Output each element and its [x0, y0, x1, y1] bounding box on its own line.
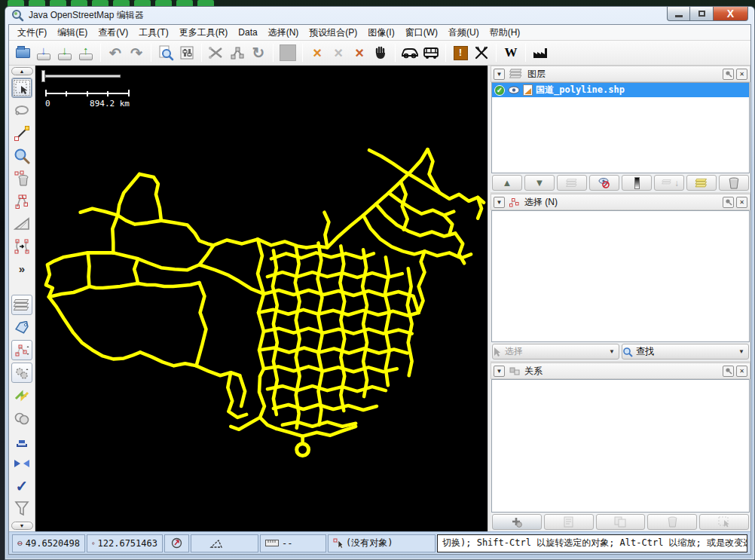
layer-row[interactable]: ✓ 国道_polyline.shp: [492, 83, 749, 97]
minimize-icon: [675, 15, 683, 17]
selection-collapse-button[interactable]: ▼: [494, 197, 505, 208]
toolbar-scroll-down-button[interactable]: ▼: [11, 522, 33, 530]
layer-down-button[interactable]: ▼: [524, 175, 555, 191]
draw-node-icon: [14, 125, 30, 142]
delete-layer-button[interactable]: [719, 175, 749, 191]
relations-collapse-button[interactable]: ▼: [494, 366, 505, 377]
preferences-button[interactable]: [176, 42, 197, 63]
close-button[interactable]: X: [714, 7, 748, 21]
selection-list[interactable]: [491, 210, 750, 342]
lasso-icon: [14, 105, 30, 117]
car-preset-button[interactable]: [399, 42, 420, 63]
toolbar-scroll-up-button[interactable]: ▲: [11, 67, 33, 75]
select-tool-button[interactable]: [11, 78, 32, 98]
crossing-ways-button[interactable]: ×: [307, 42, 328, 63]
parallel-way-tool-button[interactable]: [11, 236, 32, 256]
bus-preset-button[interactable]: [420, 42, 442, 63]
wikipedia-preset-button[interactable]: W: [500, 42, 521, 63]
refresh-button[interactable]: ↻: [248, 42, 269, 63]
selection-select-label: 选择: [505, 345, 523, 358]
layers-collapse-button[interactable]: ▼: [494, 69, 505, 80]
merge-ways-button[interactable]: [206, 42, 227, 63]
search-button[interactable]: [155, 42, 176, 63]
factory-preset-button[interactable]: [530, 42, 551, 63]
relations-dialog-button[interactable]: [11, 363, 32, 383]
more-tools-button[interactable]: »: [11, 259, 32, 279]
relations-list[interactable]: [491, 379, 750, 513]
open-file-button[interactable]: [12, 42, 33, 63]
lasso-tool-button[interactable]: [11, 100, 32, 121]
validator-dialog-button[interactable]: [11, 430, 32, 451]
menu-window[interactable]: 窗口(W): [400, 25, 443, 41]
wikipedia-w-icon: W: [505, 45, 518, 60]
upload-button[interactable]: ↑: [75, 42, 96, 63]
changeset-dialog-button[interactable]: ✓: [11, 476, 32, 496]
restaurant-preset-button[interactable]: [471, 42, 492, 63]
conflicts-dialog-button[interactable]: [11, 385, 32, 405]
crossing-ways-error-button[interactable]: ×: [349, 42, 370, 63]
scroll-down-icon: ▼: [20, 523, 25, 528]
zoom-slider[interactable]: [41, 69, 124, 83]
tags-dialog-button[interactable]: [11, 317, 32, 338]
delete-tool-button[interactable]: [11, 168, 32, 188]
selection-pin-button[interactable]: [723, 197, 734, 208]
menu-tools[interactable]: 工具(T): [133, 25, 173, 41]
layers-dialog-button[interactable]: [11, 295, 32, 315]
layer-opacity-button[interactable]: [622, 175, 652, 191]
selection-close-button[interactable]: ✕: [736, 197, 747, 208]
hand-tool-button[interactable]: [370, 42, 391, 63]
menu-file[interactable]: 文件(F): [12, 25, 52, 41]
crossing-ways-red-icon: ×: [355, 44, 364, 62]
layer-active-icon[interactable]: ✓: [494, 85, 505, 96]
download-gps-button[interactable]: ↓: [54, 42, 75, 63]
layer-visible-eye-icon[interactable]: [508, 86, 520, 94]
menu-imagery[interactable]: 图像(I): [362, 25, 399, 41]
selection-select-button[interactable]: 选择 ▼: [492, 344, 619, 360]
layer-up-button[interactable]: ▲: [492, 175, 522, 191]
zoom-tool-button[interactable]: [11, 145, 32, 166]
draw-node-tool-button[interactable]: [11, 123, 32, 143]
main-toolbar: ↓ ↓ ↑ ↶ ↷ ↻ × × ×: [9, 41, 750, 66]
filter-funnel-button[interactable]: [11, 498, 32, 519]
toolbar-separator: [302, 44, 303, 62]
undo-button[interactable]: ↶: [105, 42, 126, 63]
add-relation-icon: [511, 516, 523, 528]
new-relation-button[interactable]: [492, 514, 542, 530]
split-node-button[interactable]: [227, 42, 248, 63]
download-osm-button[interactable]: ↓: [33, 42, 54, 63]
warning-preset-button[interactable]: !: [450, 42, 471, 63]
menu-audio[interactable]: 音频(U): [443, 25, 484, 41]
unglue-node-tool-button[interactable]: [11, 191, 32, 211]
layers-close-button[interactable]: ✕: [736, 69, 747, 80]
layer-name[interactable]: 国道_polyline.shp: [536, 84, 625, 96]
selection-search-button[interactable]: 查找 ▼: [622, 344, 749, 360]
maximize-button[interactable]: [690, 7, 714, 21]
menu-edit[interactable]: 编辑(E): [52, 25, 93, 41]
merge-ways-icon: [208, 45, 225, 60]
merge-dialog-button[interactable]: [11, 453, 32, 473]
menu-presets[interactable]: 预设组合(P): [304, 25, 362, 41]
merge-layer-down-button: ↓: [654, 175, 684, 191]
menu-view[interactable]: 查看(V): [93, 25, 133, 41]
map-canvas[interactable]: 0 894.2 km: [35, 66, 488, 531]
angle-snap-tool-button[interactable]: [11, 213, 32, 234]
selection-panel-header: ▼ 选择 (N) ✕: [491, 194, 750, 210]
redo-button[interactable]: ↷: [126, 42, 147, 63]
relations-close-button[interactable]: ✕: [736, 366, 747, 377]
bus-icon: [423, 47, 439, 60]
menu-data[interactable]: Data: [233, 26, 262, 39]
layers-pin-button[interactable]: [723, 69, 734, 80]
menu-more-tools[interactable]: 更多工具(R): [174, 25, 234, 41]
relations-pin-button[interactable]: [723, 366, 734, 377]
menu-selection[interactable]: 选择(N): [263, 25, 304, 41]
filter-dialog-button[interactable]: [11, 408, 32, 428]
road-network-layer: [35, 66, 488, 526]
menu-help[interactable]: 帮助(H): [484, 25, 526, 41]
conflicts-icon: [14, 388, 30, 403]
menu-bar: 文件(F) 编辑(E) 查看(V) 工具(T) 更多工具(R) Data 选择(…: [9, 25, 750, 41]
show-hide-layer-button[interactable]: [589, 175, 619, 191]
toolbar-separator: [273, 44, 274, 62]
minimize-button[interactable]: [667, 7, 690, 21]
selection-dialog-button[interactable]: [11, 340, 32, 360]
duplicate-layer-button[interactable]: [686, 175, 717, 191]
